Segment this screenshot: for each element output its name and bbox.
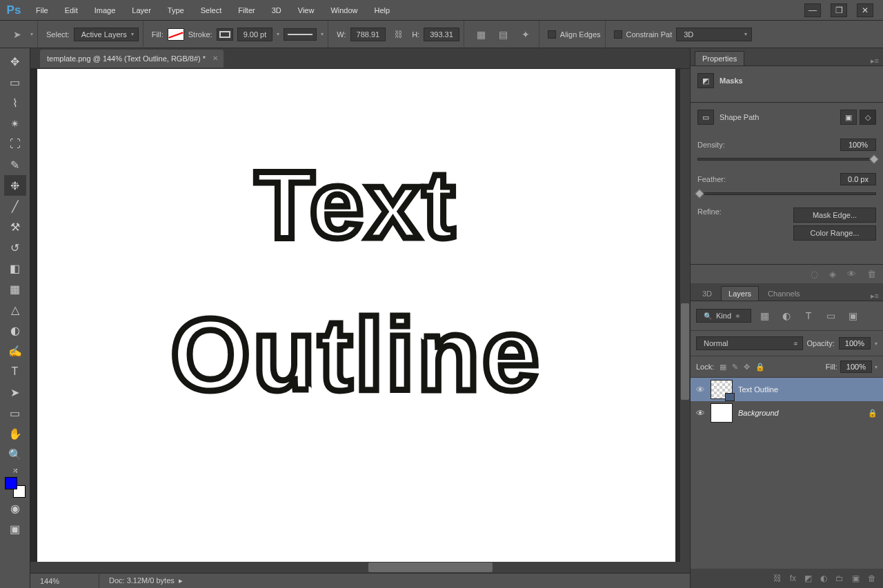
- filter-type-icon[interactable]: T: [800, 307, 817, 325]
- lock-position-icon[interactable]: ✥: [744, 363, 750, 372]
- zoom-tool[interactable]: 🔍: [4, 444, 26, 465]
- feather-slider[interactable]: [697, 192, 876, 195]
- height-field[interactable]: 393.31: [424, 28, 459, 41]
- stroke-width-field[interactable]: 9.00 pt: [237, 28, 273, 41]
- add-mask-icon[interactable]: ▣: [840, 110, 857, 125]
- new-group-icon[interactable]: 🗀: [835, 574, 844, 583]
- layers-menu-icon[interactable]: ▸≡: [871, 292, 883, 301]
- layer-name[interactable]: Text Outline: [738, 385, 778, 394]
- toggle-mask-icon[interactable]: 👁: [847, 269, 856, 279]
- path-align-icon[interactable]: ▦: [473, 26, 490, 43]
- dodge-tool[interactable]: ✍: [4, 341, 26, 361]
- move-tool[interactable]: ✥: [4, 51, 26, 72]
- canvas-viewport[interactable]: Text Outline: [30, 69, 690, 562]
- feather-value[interactable]: 0.0 px: [840, 173, 876, 185]
- vertical-scrollbar[interactable]: [680, 69, 690, 562]
- stamp-tool[interactable]: ⚒: [4, 216, 26, 237]
- menu-3d[interactable]: 3D: [264, 0, 290, 21]
- color-range-button[interactable]: Color Range...: [793, 225, 876, 241]
- fill-caret[interactable]: ▾: [875, 364, 877, 370]
- channels-tab[interactable]: Channels: [760, 286, 807, 301]
- shape-path-icon[interactable]: ▭: [697, 110, 714, 125]
- layers-tab[interactable]: Layers: [721, 286, 759, 301]
- new-adjustment-icon[interactable]: ◐: [820, 574, 827, 583]
- marquee-tool[interactable]: ▭: [4, 72, 26, 92]
- visibility-icon[interactable]: 👁: [696, 385, 705, 395]
- apply-mask-icon[interactable]: ◈: [829, 269, 836, 279]
- menu-file[interactable]: File: [28, 0, 57, 21]
- add-mask-icon[interactable]: ◩: [804, 574, 812, 583]
- crop-tool[interactable]: ⛶: [4, 134, 26, 154]
- delete-mask-icon[interactable]: 🗑: [867, 269, 876, 279]
- healing-tool[interactable]: ❉: [4, 175, 26, 196]
- delete-layer-icon[interactable]: 🗑: [868, 574, 876, 583]
- close-tab-icon[interactable]: ✕: [212, 54, 218, 62]
- horizontal-scroll-thumb[interactable]: [368, 562, 493, 572]
- quick-select-tool[interactable]: ✴: [4, 113, 26, 134]
- lasso-tool[interactable]: ⌇: [4, 92, 26, 113]
- doc-size[interactable]: Doc: 3.12M/0 bytes ▸: [99, 576, 183, 585]
- properties-tab[interactable]: Properties: [695, 51, 744, 65]
- layer-thumb[interactable]: [711, 380, 733, 399]
- visibility-icon[interactable]: 👁: [696, 408, 705, 418]
- minimize-button[interactable]: —: [804, 3, 821, 17]
- horizontal-scrollbar[interactable]: [30, 562, 690, 573]
- new-layer-icon[interactable]: ▣: [852, 574, 860, 583]
- path-selection-icon[interactable]: ➤: [8, 26, 26, 43]
- menu-select[interactable]: Select: [192, 0, 230, 21]
- menu-layer[interactable]: Layer: [123, 0, 159, 21]
- opacity-value[interactable]: 100%: [839, 337, 871, 349]
- filter-smart-icon[interactable]: ▣: [844, 307, 862, 325]
- screen-mode-tool[interactable]: ▣: [4, 518, 26, 539]
- eraser-tool[interactable]: ◧: [4, 258, 26, 278]
- layer-row-background[interactable]: 👁 Background 🔒: [691, 401, 883, 425]
- path-options-icon[interactable]: ✦: [517, 26, 535, 43]
- type-tool[interactable]: T: [4, 361, 26, 382]
- path-select-tool[interactable]: ➤: [4, 382, 26, 403]
- hand-tool[interactable]: ✋: [4, 423, 26, 444]
- close-button[interactable]: ✕: [857, 3, 873, 17]
- vector-mask-icon[interactable]: ◇: [860, 110, 876, 125]
- panel-menu-icon[interactable]: ▸≡: [871, 57, 883, 65]
- rectangle-tool[interactable]: ▭: [4, 403, 26, 423]
- mask-edge-button[interactable]: Mask Edge...: [793, 207, 876, 223]
- menu-type[interactable]: Type: [159, 0, 192, 21]
- density-slider[interactable]: [697, 158, 876, 161]
- layer-thumb[interactable]: [711, 403, 733, 423]
- color-swatches[interactable]: [5, 477, 26, 498]
- lock-transparent-icon[interactable]: ▦: [720, 363, 726, 372]
- menu-help[interactable]: Help: [366, 0, 399, 21]
- canvas[interactable]: Text Outline: [37, 69, 675, 562]
- density-value[interactable]: 100%: [840, 139, 876, 151]
- stroke-style-swatch[interactable]: [284, 28, 317, 41]
- stroke-style-caret[interactable]: ▾: [321, 31, 324, 37]
- layer-fx-icon[interactable]: fx: [790, 574, 796, 583]
- path-arrange-icon[interactable]: ▤: [495, 26, 513, 43]
- gradient-tool[interactable]: ▦: [4, 278, 26, 299]
- menu-image[interactable]: Image: [86, 0, 124, 21]
- swap-colors-icon[interactable]: ⤮: [4, 465, 26, 476]
- history-brush-tool[interactable]: ↺: [4, 237, 26, 258]
- document-tab[interactable]: template.png @ 144% (Text Outline, RGB/8…: [40, 50, 224, 68]
- align-edges-checkbox[interactable]: [548, 30, 556, 39]
- layer-name[interactable]: Background: [738, 409, 779, 417]
- foreground-color[interactable]: [5, 477, 17, 489]
- maximize-button[interactable]: ❐: [831, 3, 847, 17]
- lock-pixels-icon[interactable]: ✎: [732, 363, 738, 372]
- link-layers-icon[interactable]: ⛓: [773, 574, 782, 583]
- layer-filter-kind[interactable]: 🔍Kind≑: [696, 309, 751, 323]
- filter-adjust-icon[interactable]: ◐: [777, 307, 795, 325]
- menu-filter[interactable]: Filter: [230, 0, 263, 21]
- fill-value[interactable]: 100%: [840, 361, 872, 373]
- fill-swatch[interactable]: [168, 28, 184, 41]
- stroke-swatch[interactable]: [217, 28, 233, 41]
- filter-shape-icon[interactable]: ▭: [822, 307, 840, 325]
- lock-all-icon[interactable]: 🔒: [755, 363, 765, 372]
- mode-3d-dropdown[interactable]: 3D▾: [676, 28, 752, 41]
- menu-view[interactable]: View: [290, 0, 323, 21]
- load-selection-icon[interactable]: ◌: [811, 269, 818, 279]
- blur-tool[interactable]: ◐: [4, 320, 26, 341]
- width-field[interactable]: 788.91: [350, 28, 386, 41]
- stroke-width-caret[interactable]: ▾: [277, 31, 279, 37]
- select-dropdown[interactable]: Active Layers▾: [74, 28, 139, 41]
